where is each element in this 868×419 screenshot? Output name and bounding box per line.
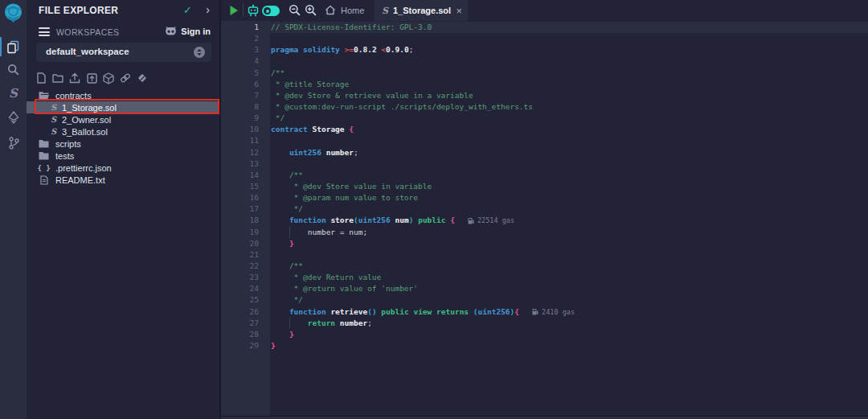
chevron-right-icon[interactable]: › [206,3,210,16]
home-icon [325,5,336,15]
cube-icon[interactable] [103,72,114,84]
code-line-24[interactable]: 24 * @return value of 'number' [221,283,868,294]
code-line-25[interactable]: 25 */ [221,294,868,306]
sidebar-item-solidity-compiler[interactable]: S [0,83,27,104]
code-line-1[interactable]: 1// SPDX-License-Identifier: GPL-3.0 [221,22,868,33]
line-number: 26 [221,306,259,318]
line-number: 25 [221,294,259,306]
code-line-17[interactable]: 17 */ [221,203,868,215]
line-number: 15 [221,181,259,192]
tree-item-scripts[interactable]: scripts [27,138,219,150]
solidity-compiler-icon: S [9,86,18,101]
line-number: 5 [221,68,259,79]
line-number: 16 [221,192,259,203]
line-number: 1 [221,22,259,33]
tree-item-2-owner-sol[interactable]: S2_Owner.sol [27,113,219,125]
editor-region: Home S 1_Storage.sol × 1// SPDX-License-… [219,0,868,419]
code-line-22[interactable]: 22 /** [221,261,868,272]
sign-in-button[interactable]: Sign in [165,26,211,36]
tab-1-storage-sol[interactable]: S 1_Storage.sol × [375,0,468,21]
check-icon[interactable]: ✓ [183,4,192,16]
zoom-out-icon[interactable] [289,4,301,16]
line-number: 12 [221,147,259,158]
code-line-13[interactable]: 13 [221,158,868,170]
hamburger-menu-icon[interactable] [39,27,50,39]
code-line-18[interactable]: 18 function store(uint256 num) public {2… [221,215,868,226]
github-icon [165,26,177,36]
line-number: 24 [221,283,259,294]
code-line-11[interactable]: 11 [221,135,868,146]
code-line-2[interactable]: 2 [221,33,868,44]
sidebar-item-git[interactable] [0,133,27,154]
code-line-19[interactable]: 19 number = num; [221,227,868,238]
code-line-27[interactable]: 27 return number; [221,318,868,329]
code-lines[interactable]: 1// SPDX-License-Identifier: GPL-3.023pr… [221,21,868,351]
code-line-6[interactable]: 6 * @title Storage [221,79,868,90]
code-line-8[interactable]: 8 * @custom:dev-run-script ./scripts/dep… [221,101,868,113]
line-number: 23 [221,272,259,283]
home-tab[interactable]: Home [325,5,364,15]
remix-logo[interactable] [2,2,24,24]
activity-bar: S [0,0,27,419]
upload-file-icon[interactable] [69,72,80,84]
editor-tabbar: Home S 1_Storage.sol × [221,0,868,21]
code-line-10[interactable]: 10contract Storage { [221,124,868,135]
close-tab-icon[interactable]: × [456,6,462,16]
sidebar-item-file-explorer[interactable] [0,36,27,57]
line-number: 27 [221,318,259,329]
tree-item-tests[interactable]: tests [27,150,219,162]
line-number: 4 [221,55,259,67]
panel-header: FILE EXPLORER ✓ › [27,0,219,21]
new-folder-icon[interactable] [52,72,63,84]
code-line-14[interactable]: 14 /** [221,170,868,181]
code-line-21[interactable]: 21 [221,249,868,261]
solidity-file-icon: S [51,103,56,112]
workspace-select-value: default_workspace [46,47,129,56]
sign-in-label: Sign in [181,27,211,36]
tree-item-readme-txt[interactable]: README.txt [27,174,219,186]
code-line-4[interactable]: 4 [221,55,868,67]
run-play-button[interactable] [229,5,239,16]
line-number: 9 [221,113,259,124]
code-line-7[interactable]: 7 * @dev Store & retrieve value in a var… [221,90,868,101]
code-line-3[interactable]: 3pragma solidity >=0.8.2 <0.9.0; [221,44,868,55]
code-line-28[interactable]: 28 } [221,329,868,340]
ai-copilot-toggle[interactable] [262,6,280,16]
workspace-select[interactable]: default_workspace [36,43,211,62]
tree-item--prettierrc-json[interactable]: { }.prettierrc.json [27,162,219,174]
tree-item-1-storage-sol[interactable]: S1_Storage.sol [27,101,219,113]
code-line-5[interactable]: 5/** [221,68,868,79]
sidebar-item-deploy-run[interactable] [0,107,27,128]
zoom-in-icon[interactable] [305,4,317,16]
code-line-9[interactable]: 9 */ [221,113,868,124]
new-file-icon[interactable] [35,72,47,84]
tree-item-label: README.txt [55,175,105,185]
sidebar-item-search[interactable] [0,59,27,80]
tree-item-label: .prettierrc.json [55,163,112,173]
tree-item-label: 2_Owner.sol [62,115,111,125]
line-number: 20 [221,238,259,249]
code-editor[interactable]: 1// SPDX-License-Identifier: GPL-3.023pr… [221,21,868,419]
line-number: 10 [221,124,259,135]
toolbar-divider [243,4,244,17]
gas-estimate-badge: 22514 gas [468,215,514,226]
code-line-23[interactable]: 23 * @dev Return value [221,272,868,283]
upload-folder-icon[interactable] [86,72,97,84]
code-line-16[interactable]: 16 * @param num value to store [221,192,868,203]
tree-item-contracts[interactable]: contracts [27,89,219,101]
code-line-20[interactable]: 20 } [221,238,868,249]
code-line-12[interactable]: 12 uint256 number; [221,147,868,158]
code-line-29[interactable]: 29} [221,340,868,351]
link-icon[interactable] [120,72,131,84]
select-caret-icon [194,47,205,58]
code-line-26[interactable]: 26 function retrieve() public view retur… [221,306,868,318]
diamond-icon[interactable] [137,72,148,84]
line-number: 17 [221,203,259,215]
ai-copilot-robot-icon[interactable] [247,4,260,17]
ethereum-icon [8,111,19,125]
file-explorer-pages-icon [6,40,20,54]
code-line-15[interactable]: 15 * @dev Store value in variable [221,181,868,192]
terminal-collapsed-strip[interactable] [221,416,868,419]
line-number: 19 [221,227,259,238]
tree-item-3-ballot-sol[interactable]: S3_Ballot.sol [27,125,219,138]
